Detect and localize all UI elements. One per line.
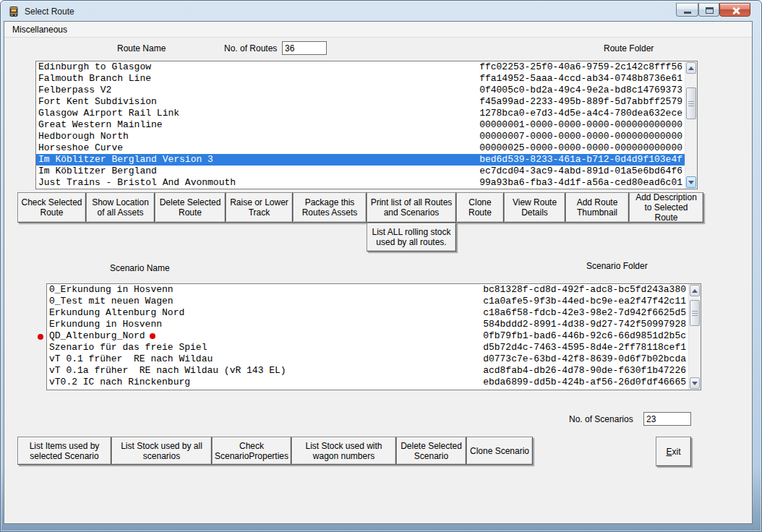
- route-name: Just Trains - Bristol And Avonmouth: [38, 177, 236, 189]
- scenario-list-scrollbar[interactable]: [688, 284, 701, 390]
- route-row[interactable]: Glasgow Airport Rail Link 1278bca0-e7d3-…: [36, 108, 697, 119]
- route-row[interactable]: Felberpass V2 0f4005c0-bd2a-49c4-9e2a-bd…: [36, 85, 697, 96]
- show-location-of-all-assets-button[interactable]: Show Location of all Assets: [86, 192, 155, 223]
- delete-selected-route-button[interactable]: Delete Selected Route: [155, 192, 226, 223]
- clone-route-button[interactable]: Clone Route: [456, 192, 504, 223]
- route-folder-guid: f45a99ad-2233-495b-889f-5d7abbff2579: [479, 96, 682, 108]
- no-of-routes-label: No. of Routes: [224, 43, 277, 53]
- route-folder-guid: 00000001-0000-0000-0000-000000000000: [479, 119, 682, 131]
- minimize-icon: [684, 12, 691, 14]
- route-folder-guid: bed6d539-8233-461a-b712-0d4d9f103e4f: [479, 154, 682, 166]
- route-folder-guid: 99a93ba6-fba3-4d1f-a56a-ced80ead6c01: [479, 177, 682, 189]
- scenario-row[interactable]: QD_Altenburg_Nord 0fb79fb1-bad6-446b-92c…: [47, 330, 701, 342]
- scroll-up-icon: [688, 66, 694, 70]
- scenario-name: QD_Altenburg_Nord: [49, 330, 155, 342]
- scenario-folder-label: Scenario Folder: [586, 261, 648, 271]
- scenario-row[interactable]: vT0.2 IC nach Rinckenburg ebda6899-dd5b-…: [47, 377, 701, 388]
- scenario-folder-guid: d0773c7e-63bd-42f8-8639-0d6f7b02bcda: [483, 353, 686, 365]
- minimize-button[interactable]: [676, 3, 698, 17]
- route-folder-guid: 00000025-0000-0000-0000-000000000000: [479, 142, 682, 154]
- scenario-folder-guid: ebda6899-dd5b-424b-af56-26d0fdf46665: [483, 377, 686, 388]
- route-row[interactable]: Just Trains - Bristol And Avonmouth 99a9…: [36, 177, 697, 189]
- list-all-rolling-stock-button[interactable]: List ALL rolling stock used by all route…: [367, 223, 456, 252]
- delete-selected-scenario-button[interactable]: Delete Selected Scenario: [396, 437, 466, 465]
- raise-or-lower-track-button[interactable]: Raise or Lower Track: [226, 192, 293, 223]
- clone-scenario-button[interactable]: Clone Scenario: [466, 437, 533, 465]
- route-list-scrollbar[interactable]: [685, 61, 697, 189]
- route-row[interactable]: Hedborough North 00000007-0000-0000-0000…: [36, 131, 697, 142]
- scrollbar-thumb[interactable]: [686, 87, 696, 119]
- scenario-name: vT 0.1a früher RE nach Wildau (vR 143 EL…: [49, 365, 286, 377]
- titlebar[interactable]: Select Route: [1, 1, 761, 21]
- scrollbar-thumb[interactable]: [690, 300, 700, 326]
- dialog-client-area: Miscellaneous Route Name No. of Routes R…: [4, 21, 753, 524]
- scenario-row[interactable]: 0_Test mit neuen Wagen c1a0afe5-9f3b-44e…: [47, 296, 701, 307]
- scenario-folder-guid: d5b72d4c-7463-4595-8d4e-2ff78118cef1: [483, 342, 686, 353]
- scenario-folder-guid: acd8fab4-db26-4d78-90de-f630f1b47226: [483, 365, 686, 377]
- scenario-name: vT 0.1 früher RE nach Wildau: [49, 353, 213, 365]
- add-route-thumbnail-button[interactable]: Add Route Thumbnail: [565, 192, 629, 223]
- check-scenario-properties-button[interactable]: Check ScenarioProperties: [212, 437, 291, 465]
- check-selected-route-button[interactable]: Check Selected Route: [17, 192, 86, 223]
- route-name: Falmouth Branch Line: [38, 73, 151, 85]
- close-button[interactable]: [719, 3, 750, 17]
- view-route-details-button[interactable]: View Route Details: [504, 192, 565, 223]
- maximize-button[interactable]: [698, 3, 719, 17]
- exit-button[interactable]: Exit: [656, 437, 691, 466]
- route-row[interactable]: Edinburgh to Glasgow ffc02253-25f0-40a6-…: [36, 61, 697, 73]
- menu-bar: Miscellaneous: [4, 22, 752, 38]
- list-stock-used-by-all-scenarios-button[interactable]: List Stock used by all scenarios: [111, 437, 212, 465]
- route-name: Fort Kent Subdivision: [38, 96, 157, 108]
- no-of-routes-field[interactable]: [282, 41, 327, 55]
- route-list[interactable]: Edinburgh to Glasgow ffc02253-25f0-40a6-…: [35, 61, 698, 189]
- scroll-down-button[interactable]: [686, 176, 696, 188]
- scenario-name: Szenario für das freie Spiel: [49, 342, 207, 353]
- scenario-name: 0_Test mit neuen Wagen: [49, 296, 174, 307]
- scenario-name-label: Scenario Name: [110, 263, 170, 273]
- exit-button-accel: E: [666, 447, 672, 457]
- route-folder-guid: ffa14952-5aaa-4ccd-ab34-0748b8736e61: [479, 73, 682, 85]
- scenario-name: vT0.2 IC nach Rinckenburg: [49, 377, 190, 388]
- scroll-up-icon: [692, 289, 698, 293]
- route-row[interactable]: Horseshoe Curve 00000025-0000-0000-0000-…: [36, 142, 697, 154]
- scenario-folder-guid: 584bddd2-8991-4d38-9d27-742f50997928: [483, 319, 686, 330]
- scenario-name: Erkundung Altenburg Nord: [49, 307, 184, 319]
- scenario-row[interactable]: vT 0.1a früher RE nach Wildau (vR 143 EL…: [47, 365, 701, 377]
- add-description-to-selected-route-button[interactable]: Add Description to Selected Route: [629, 192, 703, 223]
- package-this-routes-assets-button[interactable]: Package this Routes Assets: [293, 192, 367, 223]
- route-row[interactable]: Great Western Mainline 00000001-0000-000…: [36, 119, 697, 131]
- scenario-folder-guid: c1a0afe5-9f3b-44ed-bc9e-ea2f47f42c11: [483, 296, 686, 307]
- route-name: Felberpass V2: [38, 85, 111, 96]
- no-of-scenarios-field[interactable]: [643, 412, 691, 426]
- scenario-row[interactable]: vT 0.1 früher RE nach Wildau d0773c7e-63…: [47, 353, 701, 365]
- scenario-list[interactable]: 0_Erkundung in Hosvenn bc81328f-cd8d-492…: [46, 283, 701, 390]
- route-row[interactable]: Im Köblitzer Bergland ec7dcd04-3ac9-4abd…: [36, 166, 697, 177]
- route-name: Im Köblitzer Bergland Version 3: [38, 154, 213, 166]
- route-name: Horseshoe Curve: [38, 142, 123, 154]
- route-name: Glasgow Airport Rail Link: [38, 108, 179, 119]
- scroll-up-button[interactable]: [690, 285, 700, 296]
- scroll-down-icon: [688, 181, 694, 184]
- route-name: Im Köblitzer Bergland: [38, 166, 157, 177]
- route-row[interactable]: Im Köblitzer Bergland Version 3 bed6d539…: [36, 154, 697, 166]
- route-row[interactable]: Fort Kent Subdivision f45a99ad-2233-495b…: [36, 96, 697, 108]
- scenario-name: 0_Erkundung in Hosvenn: [49, 284, 174, 296]
- scroll-down-icon: [692, 382, 698, 385]
- menu-item-miscellaneous[interactable]: Miscellaneous: [9, 22, 71, 38]
- route-name-label: Route Name: [117, 43, 166, 53]
- scenario-row[interactable]: Erkundung in Hosvenn 584bddd2-8991-4d38-…: [47, 319, 701, 330]
- scenario-row[interactable]: Erkundung Altenburg Nord c18a6f58-fdcb-4…: [47, 307, 701, 319]
- route-folder-guid: ec7dcd04-3ac9-4abd-891d-01a5e6bd64f6: [479, 166, 682, 177]
- scroll-up-button[interactable]: [686, 62, 696, 74]
- scenario-row[interactable]: Szenario für das freie Spiel d5b72d4c-74…: [47, 342, 701, 353]
- print-list-of-all-routes-and-scenarios-button[interactable]: Print list of all Routes and Scenarios: [367, 192, 456, 223]
- scenario-folder-guid: 0fb79fb1-bad6-446b-92c6-66d9851d2b5c: [483, 330, 686, 342]
- list-stock-used-with-wagon-numbers-button[interactable]: List Stock used with wagon numbers: [291, 437, 396, 465]
- list-items-used-by-selected-scenario-button[interactable]: List Items used by selected Scenario: [17, 437, 111, 465]
- route-folder-label: Route Folder: [604, 43, 654, 53]
- window-title: Select Route: [25, 7, 74, 17]
- scroll-down-button[interactable]: [690, 377, 700, 389]
- thumb-grip-icon: [688, 101, 694, 106]
- route-row[interactable]: Falmouth Branch Line ffa14952-5aaa-4ccd-…: [36, 73, 697, 85]
- scenario-row[interactable]: 0_Erkundung in Hosvenn bc81328f-cd8d-492…: [47, 284, 701, 296]
